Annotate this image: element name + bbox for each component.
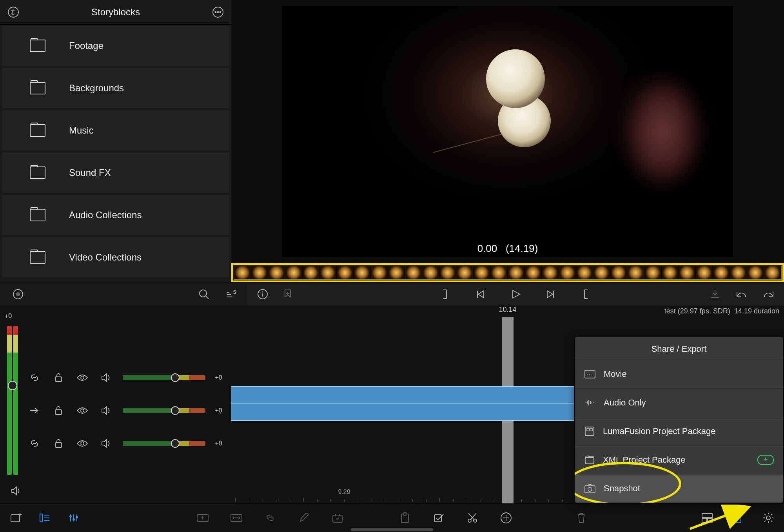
sidebar-item-music[interactable]: Music — [2, 110, 229, 150]
svg-rect-28 — [585, 458, 594, 464]
speaker-icon[interactable] — [99, 403, 113, 418]
timeline-clip[interactable] — [231, 386, 574, 421]
add-clip-icon[interactable] — [195, 510, 211, 526]
trim-clip-icon[interactable] — [229, 510, 244, 526]
share-item-snapshot[interactable]: Snapshot — [575, 474, 783, 503]
sidebar-item-soundfx[interactable]: Sound FX — [2, 152, 229, 193]
visibility-icon[interactable] — [75, 370, 90, 385]
project-duration: 14.19 duration — [734, 307, 779, 315]
master-level-meter[interactable] — [7, 326, 18, 475]
timeline-canvas[interactable]: 10.14 test (29.97 fps, SDR) 14.19 durati… — [231, 306, 784, 503]
marker-icon[interactable] — [280, 286, 296, 302]
track-gain-label: +0 — [215, 374, 226, 381]
search-icon[interactable] — [196, 286, 212, 302]
svg-point-6 — [16, 292, 20, 296]
prev-frame-icon[interactable] — [472, 286, 488, 302]
sidebar: Storyblocks Footage Backgrounds Music — [0, 0, 231, 282]
svg-point-3 — [218, 12, 219, 13]
redo-icon[interactable] — [760, 286, 776, 302]
main-track-icon[interactable] — [27, 403, 42, 418]
sidebar-item-footage[interactable]: Footage — [2, 25, 229, 66]
sidebar-item-label: Audio Collections — [69, 210, 142, 221]
trash-icon[interactable] — [573, 510, 589, 526]
mark-out-icon[interactable] — [578, 286, 594, 302]
share-item-movie[interactable]: Movie — [575, 360, 783, 388]
mark-in-icon[interactable] — [437, 286, 453, 302]
add-source-icon[interactable] — [8, 510, 24, 526]
svg-rect-19 — [55, 443, 62, 447]
link-icon[interactable] — [27, 370, 42, 385]
app-root: Storyblocks Footage Backgrounds Music — [0, 0, 784, 532]
ruler-center-label: 9.29 — [338, 489, 350, 495]
svg-point-4 — [220, 12, 221, 13]
more-options-icon[interactable] — [210, 4, 226, 20]
share-item-audio[interactable]: Audio Only — [575, 388, 783, 417]
lock-icon[interactable] — [51, 436, 66, 451]
home-grabber[interactable] — [351, 528, 433, 531]
preview-time-current: 0.00 — [477, 242, 497, 254]
insert-to-timeline-icon[interactable] — [707, 286, 723, 302]
svg-rect-34 — [40, 514, 42, 522]
speaker-icon[interactable] — [99, 436, 113, 451]
library-view-icon[interactable] — [37, 510, 53, 526]
track-volume-slider[interactable] — [123, 408, 205, 413]
svg-point-52 — [468, 519, 471, 522]
sort-icon[interactable]: S — [223, 286, 239, 302]
link-icon[interactable] — [27, 436, 42, 451]
master-level-knob[interactable] — [8, 381, 17, 390]
sidebar-title: Storyblocks — [21, 7, 210, 18]
visibility-icon[interactable] — [75, 403, 90, 418]
lock-icon[interactable] — [51, 403, 66, 418]
track-volume-slider[interactable] — [123, 375, 205, 380]
checkbox-icon[interactable] — [431, 510, 446, 526]
sidebar-item-audio-collections[interactable]: Audio Collections — [2, 195, 229, 235]
share-icon[interactable] — [730, 510, 746, 526]
sidebar-item-backgrounds[interactable]: Backgrounds — [2, 68, 229, 108]
preview-viewport[interactable]: 0.00 (14.19) — [231, 0, 784, 263]
cut-scissors-icon[interactable] — [465, 510, 480, 526]
toolbar-strip: S — [0, 282, 784, 306]
svg-rect-26 — [587, 429, 589, 431]
mixer-view-icon[interactable] — [66, 510, 82, 526]
add-plus-circle-icon[interactable] — [498, 510, 514, 526]
folder-icon — [30, 40, 45, 52]
project-info-suffix: (29.97 fps, SDR) — [678, 307, 730, 315]
master-speaker-icon[interactable] — [9, 483, 24, 499]
settings-gear-icon[interactable] — [760, 510, 776, 526]
share-item-label: Snapshot — [604, 483, 640, 494]
info-icon[interactable] — [255, 286, 270, 302]
presets-icon[interactable] — [330, 510, 345, 526]
undo-icon[interactable] — [734, 286, 750, 302]
folder-icon — [30, 124, 45, 137]
play-icon[interactable] — [508, 286, 523, 302]
svg-point-22 — [587, 374, 588, 375]
clip-filmstrip[interactable] — [231, 263, 784, 282]
sidebar-item-label: Video Collections — [69, 252, 142, 263]
track-gain-label: +0 — [215, 407, 226, 414]
track-controls: +0 +0 +0 — [0, 306, 231, 503]
share-item-xml-package[interactable]: XML Project Package + — [575, 445, 783, 474]
next-frame-icon[interactable] — [543, 286, 559, 302]
svg-rect-31 — [11, 515, 20, 522]
share-item-lumafusion-package[interactable]: LumaFusion Project Package — [575, 417, 783, 445]
layout-icon[interactable] — [699, 510, 715, 526]
visibility-icon[interactable] — [75, 436, 90, 451]
upper-region: Storyblocks Footage Backgrounds Music — [0, 0, 784, 282]
svg-point-0 — [8, 7, 18, 17]
storyblocks-logo-icon[interactable] — [5, 4, 21, 20]
svg-point-20 — [81, 442, 84, 445]
lock-icon[interactable] — [51, 370, 66, 385]
track-row-2: +0 — [0, 394, 231, 427]
sidebar-item-label: Footage — [69, 40, 103, 51]
record-indicator-icon[interactable] — [10, 286, 26, 302]
svg-rect-58 — [702, 518, 707, 522]
svg-rect-59 — [708, 518, 712, 522]
timeline-region: +0 +0 +0 — [0, 306, 784, 503]
link-clip-icon[interactable] — [262, 510, 278, 526]
sidebar-item-video-collections[interactable]: Video Collections — [2, 237, 229, 277]
track-volume-slider[interactable] — [123, 441, 205, 446]
speaker-icon[interactable] — [99, 370, 113, 385]
sidebar-item-label: Music — [69, 125, 94, 136]
clipboard-icon[interactable] — [397, 510, 413, 526]
edit-pencil-icon[interactable] — [296, 510, 312, 526]
